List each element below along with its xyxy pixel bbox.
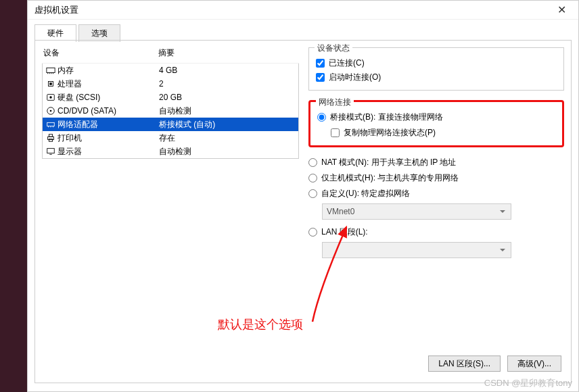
device-name: 内存	[57, 65, 159, 76]
svg-rect-11	[47, 149, 55, 153]
net-icon	[44, 120, 57, 130]
device-row-1[interactable]: 处理器2	[43, 77, 298, 91]
device-summary: 存在	[159, 132, 297, 144]
device-name: 网络适配器	[57, 119, 159, 130]
device-row-3[interactable]: CD/DVD (SATA)自动检测	[43, 104, 298, 118]
chk-replicate[interactable]	[331, 128, 340, 137]
lbl-hostonly: 仅主机模式(H): 与主机共享的专用网络	[321, 172, 459, 184]
col-device: 设备	[43, 47, 158, 59]
device-summary: 4 GB	[159, 66, 297, 75]
lbl-replicate: 复制物理网络连接状态(P)	[344, 127, 436, 139]
svg-rect-9	[49, 134, 52, 137]
device-name: CD/DVD (SATA)	[57, 106, 159, 116]
device-row-2[interactable]: 硬盘 (SCSI)20 GB	[43, 91, 298, 104]
radio-hostonly[interactable]	[308, 174, 317, 182]
svg-rect-0	[47, 68, 55, 73]
btn-advanced[interactable]: 高级(V)...	[507, 356, 561, 372]
cd-icon	[44, 106, 57, 116]
lbl-nat: NAT 模式(N): 用于共享主机的 IP 地址	[321, 157, 456, 168]
radio-bridge[interactable]	[317, 113, 326, 122]
status-legend: 设备状态	[315, 43, 352, 54]
chk-connect-poweron[interactable]	[316, 73, 325, 82]
printer-icon	[44, 133, 57, 143]
device-name: 处理器	[57, 78, 159, 90]
device-summary: 自动检测	[159, 146, 297, 157]
device-name: 显示器	[57, 146, 159, 157]
display-icon	[44, 147, 57, 157]
radio-lanseg[interactable]	[308, 228, 317, 237]
svg-point-6	[50, 110, 52, 112]
col-summary: 摘要	[158, 47, 298, 59]
device-name: 硬盘 (SCSI)	[57, 92, 159, 103]
btn-lan-segments[interactable]: LAN 区段(S)...	[428, 356, 501, 372]
device-summary: 2	[159, 79, 297, 89]
chk-connected[interactable]	[316, 59, 325, 68]
memory-icon	[44, 66, 57, 76]
device-list[interactable]: 内存4 GB处理器2硬盘 (SCSI)20 GBCD/DVD (SATA)自动检…	[42, 64, 299, 159]
close-icon[interactable]: ✕	[551, 3, 572, 16]
lbl-bridge: 桥接模式(B): 直接连接物理网络	[330, 112, 443, 123]
combo-vmnet: VMnet0	[322, 203, 511, 220]
status-group: 设备状态 已连接(C) 启动时连接(O)	[308, 47, 564, 91]
device-row-0[interactable]: 内存4 GB	[43, 64, 298, 77]
watermark: CSDN @星卯教育tony	[484, 377, 572, 389]
combo-vmnet-value: VMnet0	[327, 207, 354, 216]
device-row-6[interactable]: 显示器自动检测	[43, 145, 298, 158]
device-summary: 桥接模式 (自动)	[159, 119, 297, 130]
cpu-icon	[44, 79, 57, 89]
device-row-5[interactable]: 打印机存在	[43, 131, 298, 145]
device-name: 打印机	[57, 132, 159, 144]
network-group-highlight: 网络连接 桥接模式(B): 直接连接物理网络 复制物理网络连接状态(P)	[308, 100, 564, 147]
svg-rect-2	[49, 83, 52, 86]
lbl-connected: 已连接(C)	[329, 57, 365, 69]
svg-rect-7	[47, 123, 55, 126]
lbl-lanseg: LAN 区段(L):	[321, 226, 368, 238]
device-row-4[interactable]: 网络适配器桥接模式 (自动)	[43, 118, 298, 131]
lbl-connect-poweron: 启动时连接(O)	[329, 72, 381, 83]
radio-nat[interactable]	[308, 158, 317, 167]
lbl-custom: 自定义(U): 特定虚拟网络	[321, 188, 410, 199]
network-legend: 网络连接	[316, 97, 354, 108]
device-summary: 自动检测	[159, 105, 297, 117]
svg-point-4	[49, 97, 52, 99]
dialog-title: 虚拟机设置	[34, 4, 551, 16]
disk-icon	[44, 93, 57, 103]
device-summary: 20 GB	[159, 93, 297, 102]
radio-custom[interactable]	[308, 189, 317, 198]
combo-lanseg	[322, 242, 511, 258]
